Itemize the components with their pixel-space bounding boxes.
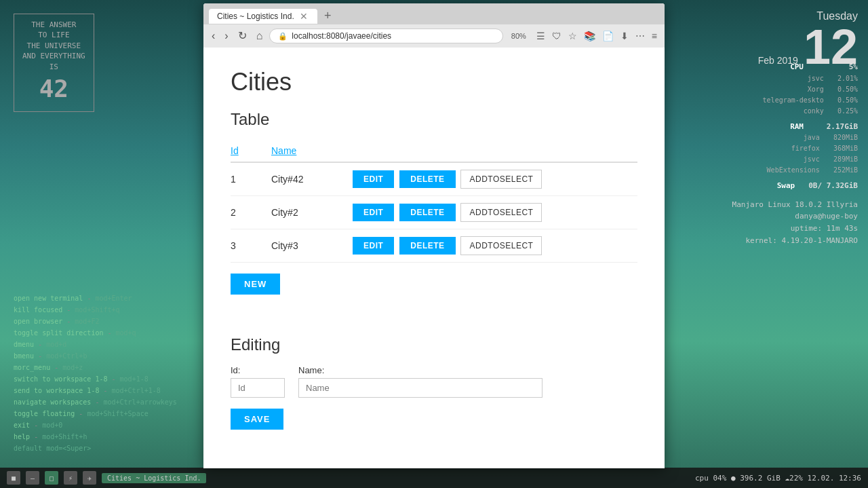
more-button[interactable]: ⋯: [633, 29, 647, 43]
browser-chrome: Cities ~ Logistics Ind. ✕ + ‹ › ↻ ⌂ 🔒 lo…: [203, 3, 665, 48]
shield-icon[interactable]: 🛡: [550, 29, 564, 43]
conky-stats: CPU 5% jsvc 2.01% Xorg 0.50% telegram-de…: [732, 61, 858, 246]
cell-id-1: 1: [231, 162, 271, 196]
address-bar[interactable]: 🔒 localhost:8080/javaee/cities: [269, 29, 502, 43]
navigation-bar: ‹ › ↻ ⌂ 🔒 localhost:8080/javaee/cities 8…: [203, 24, 665, 48]
taskbar-icon-2[interactable]: —: [26, 471, 39, 485]
taskbar-right: cpu 04% ● 396.2 GiB ☁22% 12.02. 12:36: [695, 474, 861, 483]
taskbar-app-icon[interactable]: □: [45, 471, 58, 485]
edit-button-1[interactable]: EDIT: [353, 170, 394, 188]
delete-button-1[interactable]: DELETE: [399, 170, 455, 188]
tab-title: Cities ~ Logistics Ind.: [217, 12, 294, 21]
table-section: Table Id Name 1 City#42 EDIT D: [231, 110, 637, 315]
forward-button[interactable]: ›: [222, 29, 231, 43]
webext-value: 252MiB: [833, 165, 858, 176]
star-icon[interactable]: ☆: [566, 29, 579, 43]
edit-button-3[interactable]: EDIT: [353, 237, 394, 255]
menu-button[interactable]: ≡: [650, 29, 659, 43]
table-section-title: Table: [231, 110, 637, 129]
cell-actions-1: EDIT DELETE ADDTOSELECT: [353, 162, 637, 196]
xorg-label: Xorg: [808, 84, 824, 95]
delete-button-3[interactable]: DELETE: [399, 237, 455, 255]
url-display: localhost:8080/javaee/cities: [292, 31, 391, 41]
new-tab-button[interactable]: +: [320, 7, 336, 24]
firefox-value: 368MiB: [833, 143, 858, 154]
cpu-percent: 5%: [817, 61, 858, 73]
shortcut-bmenu: bmenu - mod+Ctrl+b: [14, 350, 177, 362]
back-button[interactable]: ‹: [209, 29, 218, 43]
home-button[interactable]: ⌂: [254, 29, 266, 43]
telegram-value: 0.50%: [837, 95, 858, 106]
delete-button-2[interactable]: DELETE: [399, 204, 455, 221]
name-input[interactable]: [298, 378, 542, 398]
jsvc-label: jsvc: [808, 73, 824, 84]
jsvc2-label: jsvc: [804, 154, 820, 165]
editing-form-row: Id: Name:: [231, 365, 637, 398]
taskbar-icon-1[interactable]: ■: [7, 471, 20, 485]
table-row: 3 City#3 EDIT DELETE ADDTOSELECT: [231, 229, 637, 263]
firefox-label: firefox: [791, 143, 820, 154]
shortcut-default: default mod=<Super>: [14, 443, 177, 454]
shortcut-morc: morc_menu - mod+z: [14, 362, 177, 373]
shortcut-switch: switch to workspace 1-8 - mod+1-8: [14, 373, 177, 385]
swap-value: 0B/ 7.32GiB: [808, 180, 858, 192]
edit-button-2[interactable]: EDIT: [353, 204, 394, 221]
active-tab[interactable]: Cities ~ Logistics Ind. ✕: [209, 9, 317, 24]
ram-label: RAM: [790, 121, 804, 133]
id-field-group: Id:: [231, 365, 285, 398]
tab-close-button[interactable]: ✕: [300, 12, 308, 21]
editing-section: Editing Id: Name: SAVE: [231, 335, 637, 430]
shortcut-dmenu: dmenu - mod+d: [14, 339, 177, 350]
shortcut-navigate: navigate workspaces - mod+Ctrl+arrowkeys: [14, 396, 177, 408]
conky-label: conky: [804, 106, 824, 117]
cell-id-3: 3: [231, 229, 271, 263]
keyboard-shortcuts: open new terminal - mod+Enter kill focus…: [14, 293, 177, 454]
answer-line4: AND EVERYTHING: [22, 52, 85, 60]
cpu-label: CPU: [790, 61, 804, 73]
jsvc-value: 2.01%: [837, 73, 858, 84]
java-label: java: [804, 132, 820, 143]
xorg-value: 0.50%: [837, 84, 858, 95]
taskbar: ■ — □ ⚡ ✈ Cities ~ Logistics Ind. cpu 04…: [0, 468, 868, 488]
telegram-label: telegram-deskto: [763, 95, 824, 106]
column-header-id[interactable]: Id: [231, 140, 271, 162]
shortcut-browser: open browser - mod+F2: [14, 316, 177, 327]
cell-name-1: City#42: [271, 162, 353, 196]
bookmarks-icon[interactable]: ☰: [534, 29, 547, 43]
column-header-name[interactable]: Name: [271, 140, 353, 162]
addtoselect-button-3[interactable]: ADDTOSELECT: [460, 236, 542, 255]
taskbar-left: ■ — □ ⚡ ✈ Cities ~ Logistics Ind.: [7, 471, 206, 485]
column-header-actions: [353, 140, 637, 162]
browser-window: Cities ~ Logistics Ind. ✕ + ‹ › ↻ ⌂ 🔒 lo…: [203, 3, 665, 468]
cell-id-2: 2: [231, 196, 271, 229]
library-icon[interactable]: 📚: [582, 29, 597, 43]
addtoselect-button-2[interactable]: ADDTOSELECT: [460, 203, 542, 222]
conky-value: 0.25%: [837, 106, 858, 117]
table-row: 2 City#2 EDIT DELETE ADDTOSELECT: [231, 196, 637, 229]
cities-table: Id Name 1 City#42 EDIT DELETE ADDTOSELEC…: [231, 140, 637, 263]
refresh-button[interactable]: ↻: [235, 29, 250, 43]
taskbar-stats: cpu 04% ● 396.2 GiB ☁22% 12.02. 12:36: [695, 474, 861, 483]
page-footer: Made by Danya: [231, 457, 637, 468]
reader-icon[interactable]: 📄: [600, 29, 616, 43]
taskbar-active-app[interactable]: Cities ~ Logistics Ind.: [102, 473, 206, 483]
table-row: 1 City#42 EDIT DELETE ADDTOSELECT: [231, 162, 637, 196]
answer-line2: TO LIFE: [38, 31, 69, 39]
shortcut-exit: exit - mod+0: [14, 419, 177, 431]
browser-content: Cities Table Id Name 1 City#42 E: [203, 48, 665, 468]
page-title: Cities: [231, 68, 637, 96]
save-button[interactable]: SAVE: [231, 409, 283, 430]
id-input[interactable]: [231, 378, 285, 398]
new-button[interactable]: NEW: [231, 274, 280, 295]
taskbar-icon-5[interactable]: ✈: [83, 471, 96, 485]
pocket-icon[interactable]: ⬇: [618, 29, 631, 43]
id-field-label: Id:: [231, 365, 285, 375]
addtoselect-button-1[interactable]: ADDTOSELECT: [460, 170, 542, 189]
user-info: danya@huge-boy: [732, 210, 858, 223]
cell-name-2: City#2: [271, 196, 353, 229]
taskbar-icon-4[interactable]: ⚡: [64, 471, 77, 485]
shortcut-kill: kill focused - mod+Shift+q: [14, 304, 177, 316]
kernel-info: kernel: 4.19.20-1-MANJARO: [732, 235, 858, 247]
name-field-group: Name:: [298, 365, 542, 398]
nav-icon-group: ☰ 🛡 ☆ 📚 📄 ⬇ ⋯ ≡: [534, 29, 659, 43]
